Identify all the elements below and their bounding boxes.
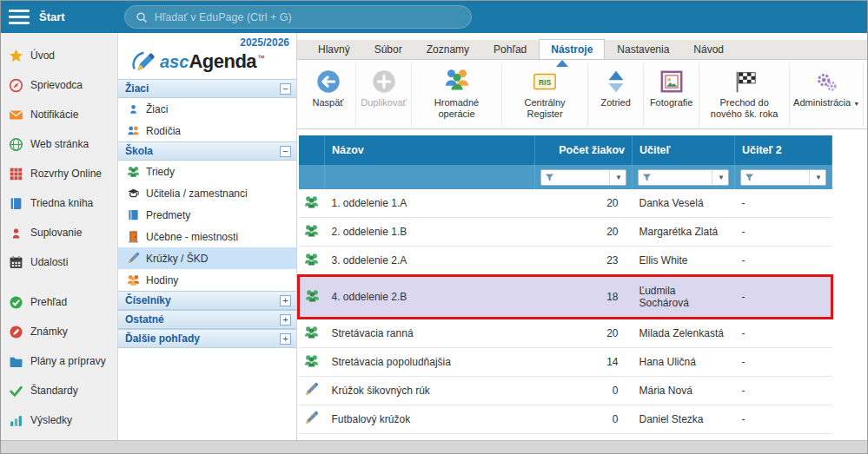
search-input[interactable] [155, 11, 461, 23]
row-type-cell[interactable] [299, 189, 325, 218]
table-row[interactable]: 3. oddelenie 2.A23Ellis White- [299, 247, 832, 276]
panel-item-predmety[interactable]: Predmety [118, 204, 296, 226]
row-name-cell[interactable]: Stretávacia ranná [325, 319, 535, 348]
table-row[interactable]: Stretávacia popoludňajšia14Hana Uličná- [299, 348, 832, 377]
row-name-cell[interactable]: 2. oddelenie 1.B [325, 218, 535, 247]
panel-item-ziaci[interactable]: Žiaci [118, 98, 296, 120]
section-header-ziaci[interactable]: Žiaci− [118, 79, 296, 98]
row-type-cell[interactable] [299, 319, 325, 348]
row-count-cell[interactable]: 23 [535, 247, 633, 276]
sidebar-item-znamky[interactable]: Známky [1, 317, 117, 346]
ribbon-button-naspat[interactable]: Naspäť [301, 63, 356, 127]
column-header-icon[interactable] [299, 135, 325, 165]
section-header-ciselniky[interactable]: Číselníky+ [118, 291, 296, 310]
row-name-cell[interactable]: Futbalový krúžok [325, 405, 535, 434]
row-count-cell[interactable]: 0 [535, 377, 633, 405]
row-teacher2-cell[interactable]: - [735, 218, 832, 247]
row-name-cell[interactable]: Krúžok šikovných rúk [325, 377, 535, 405]
row-teacher-cell[interactable]: Margarétka Zlatá [633, 218, 735, 247]
expand-icon[interactable]: + [280, 295, 291, 306]
row-count-cell[interactable]: 18 [535, 276, 633, 319]
row-teacher2-cell[interactable]: - [735, 189, 832, 218]
row-type-cell[interactable] [299, 218, 325, 247]
tab-nastavenia[interactable]: Nastavenia [605, 39, 681, 59]
section-header-ostatne[interactable]: Ostatné+ [118, 310, 296, 329]
filter-dropdown-teacher2[interactable]: ▼ [740, 169, 826, 186]
row-count-cell[interactable]: 20 [535, 218, 633, 247]
sidebar-item-udalosti[interactable]: Udalosti [1, 247, 117, 277]
row-teacher2-cell[interactable]: - [735, 348, 832, 377]
row-name-cell[interactable]: 3. oddelenie 2.A [325, 247, 535, 276]
ribbon-button-administracia[interactable]: Administrácia▼ [790, 63, 864, 127]
column-header-count[interactable]: Počet žiakov [535, 135, 633, 165]
table-row[interactable]: Krúžok šikovných rúk0Mária Nová- [299, 377, 832, 405]
row-teacher2-cell[interactable]: - [735, 377, 832, 405]
menu-icon[interactable] [9, 10, 30, 24]
section-header-dalsie-pohlady[interactable]: Ďalšie pohľady+ [118, 329, 296, 348]
row-teacher2-cell[interactable]: - [735, 319, 832, 348]
expand-icon[interactable]: + [280, 314, 291, 326]
panel-item-ucebne-miestnosti[interactable]: Učebne - miestnosti [118, 226, 296, 247]
sidebar-item-standardy[interactable]: Štandardy [1, 376, 117, 405]
ribbon-button-centralny-register[interactable]: RISCentrálny Register [502, 63, 588, 127]
ribbon-button-fotografie[interactable]: Fotografie [644, 63, 699, 127]
panel-item-rodicia[interactable]: Rodičia [118, 120, 296, 141]
row-name-cell[interactable]: Stretávacia popoludňajšia [325, 348, 535, 377]
row-count-cell[interactable]: 20 [535, 189, 633, 218]
row-count-cell[interactable]: 0 [535, 405, 633, 434]
tab-pohlad[interactable]: Pohľad [481, 39, 539, 59]
sidebar-item-uvod[interactable]: Úvod [1, 41, 117, 70]
row-teacher-cell[interactable]: Mária Nová [633, 377, 735, 405]
row-teacher-cell[interactable]: Danka Veselá [633, 189, 735, 218]
sidebar-item-rozvrhy-online[interactable]: Rozvrhy Online [1, 159, 117, 188]
collapse-icon[interactable]: − [280, 83, 291, 95]
column-header-teacher2[interactable]: Učiteľ 2 [735, 135, 832, 165]
sidebar-item-web-stranka[interactable]: Web stránka [1, 129, 117, 159]
sidebar-item-plany-a-pripravy[interactable]: Plány a prípravy [1, 346, 117, 376]
row-teacher-cell[interactable]: Ľudmila Sochárová [633, 276, 735, 319]
filter-dropdown-teacher[interactable]: ▼ [638, 169, 729, 186]
search-box[interactable] [124, 5, 472, 29]
sidebar-item-sprievodca[interactable]: Sprievodca [1, 70, 117, 100]
row-teacher2-cell[interactable]: - [735, 276, 832, 319]
row-teacher2-cell[interactable]: - [735, 247, 832, 276]
row-teacher-cell[interactable]: Hana Uličná [633, 348, 735, 377]
table-row[interactable]: 1. oddelenie 1.A20Danka Veselá- [299, 189, 832, 218]
tab-subor[interactable]: Súbor [362, 39, 414, 59]
column-header-teacher[interactable]: Učiteľ [633, 135, 735, 165]
table-row[interactable]: Stretávacia ranná20Milada Zelenkastá- [299, 319, 832, 348]
ribbon-button-hromadne-operacie[interactable]: Hromadné operácie [412, 63, 502, 127]
section-header-skola[interactable]: Škola− [118, 141, 296, 161]
filter-dropdown-count[interactable]: ▼ [540, 169, 626, 186]
row-teacher-cell[interactable]: Daniel Stezka [633, 405, 735, 434]
row-teacher-cell[interactable]: Milada Zelenkastá [633, 319, 735, 348]
sidebar-item-vysledky[interactable]: Výsledky [1, 405, 117, 435]
ribbon-button-duplikovat[interactable]: Duplikovať [356, 63, 412, 127]
sidebar-item-triedna-kniha[interactable]: Triedna kniha [1, 188, 117, 218]
panel-item-triedy[interactable]: Triedy [118, 161, 296, 182]
table-row[interactable]: 2. oddelenie 1.B20Margarétka Zlatá- [299, 218, 832, 247]
tab-navod[interactable]: Návod [681, 39, 736, 59]
sidebar-item-prehlad[interactable]: Prehľad [1, 287, 117, 317]
tab-zoznamy[interactable]: Zoznamy [414, 39, 481, 59]
tab-nastroje[interactable]: Nástroje [539, 39, 605, 59]
tab-hlavny[interactable]: Hlavný [306, 39, 362, 59]
ribbon-button-prechod-do-noveho-sk-roka[interactable]: Prechod do nového šk. roka [699, 63, 790, 127]
sidebar-item-suplovanie[interactable]: Suplovanie [1, 218, 117, 247]
expand-icon[interactable]: + [280, 333, 291, 345]
row-count-cell[interactable]: 14 [535, 348, 633, 377]
row-name-cell[interactable]: 1. oddelenie 1.A [325, 189, 535, 218]
row-type-cell[interactable] [299, 247, 325, 276]
collapse-icon[interactable]: − [280, 146, 291, 157]
row-name-cell[interactable]: 4. oddelenie 2.B [325, 276, 535, 319]
row-teacher2-cell[interactable]: - [735, 405, 832, 434]
start-label[interactable]: Štart [39, 10, 65, 23]
panel-item-kruzky-skd[interactable]: Krúžky / ŠKD [118, 247, 296, 269]
sidebar-item-notifikacie[interactable]: Notifikácie [1, 100, 117, 129]
table-row-selected[interactable]: 4. oddelenie 2.B18Ľudmila Sochárová- [299, 276, 832, 319]
panel-item-ucitelia-zamestnanci[interactable]: Učitelia / zamestnanci [118, 182, 296, 204]
row-count-cell[interactable]: 20 [535, 319, 633, 348]
row-type-cell[interactable] [299, 276, 325, 319]
row-teacher-cell[interactable]: Ellis White [633, 247, 735, 276]
panel-item-hodiny[interactable]: Hodiny [118, 269, 296, 291]
